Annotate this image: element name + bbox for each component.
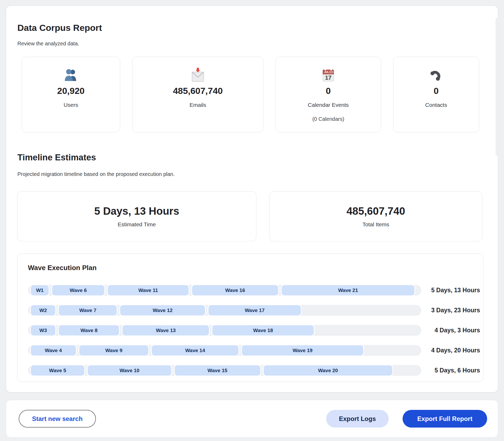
wave-execution-plan-card: Wave Execution Plan W1Wave 6Wave 11Wave … (17, 253, 483, 382)
wave-duration-label: 4 Days, 20 Hours (431, 345, 480, 356)
stat-value-users: 20,920 (57, 85, 85, 96)
stat-sub-calendar-events: (0 Calendars) (312, 116, 344, 122)
wave-duration-label: 5 Days, 13 Hours (431, 285, 480, 296)
wave-track: W2Wave 7Wave 12Wave 17 (28, 305, 421, 316)
stat-value-emails: 485,607,740 (173, 85, 223, 96)
wave-duration-label: 5 Days, 6 Hours (434, 365, 480, 376)
wave-chip: Wave 14 (151, 344, 239, 356)
svg-text:JUL: JUL (324, 71, 329, 74)
email-icon (192, 68, 204, 82)
stat-card-contacts: 0 Contacts (393, 57, 479, 132)
stat-card-users: 20,920 Users (22, 57, 120, 132)
wave-chip: Wave 20 (263, 365, 393, 376)
wave-chip: W3 (30, 324, 56, 336)
total-items-card: 485,607,740 Total Items (269, 191, 482, 241)
stat-label-users: Users (64, 102, 78, 108)
wave-chip: Wave 6 (51, 284, 105, 296)
wave-rows: W1Wave 6Wave 11Wave 16Wave 21 5 Days, 13… (28, 285, 483, 385)
wave-chip: Wave 12 (119, 304, 206, 316)
report-card: Data Corpus Report Review the analyzed d… (6, 6, 498, 392)
wave-chip: Wave 5 (30, 365, 85, 376)
wave-row: Wave 5Wave 10Wave 15Wave 20 5 Days, 6 Ho… (28, 365, 483, 376)
export-full-report-button[interactable]: Export Full Report (403, 410, 487, 428)
page-subtitle: Review the analyzed data. (17, 41, 79, 47)
svg-text:17: 17 (325, 74, 331, 81)
export-logs-button[interactable]: Export Logs (326, 410, 389, 428)
wave-chip: Wave 15 (174, 365, 261, 376)
wave-chip: Wave 16 (191, 284, 279, 296)
wave-row: W1Wave 6Wave 11Wave 16Wave 21 5 Days, 13… (28, 285, 483, 296)
wave-row: W3Wave 8Wave 13Wave 18 4 Days, 3 Hours (28, 325, 483, 336)
wave-chip: Wave 13 (122, 324, 210, 336)
wave-execution-plan-title: Wave Execution Plan (28, 264, 97, 272)
wave-chip: Wave 9 (79, 344, 149, 356)
vertical-scrollbar-thumb[interactable] (496, 18, 500, 156)
wave-row: W2Wave 7Wave 12Wave 17 3 Days, 23 Hours (28, 305, 483, 316)
stat-value-contacts: 0 (434, 85, 439, 96)
stat-card-calendar-events: JUL17 0 Calendar Events (0 Calendars) (276, 57, 381, 132)
total-items-label: Total Items (363, 221, 389, 228)
wave-chip: Wave 11 (107, 284, 189, 296)
total-items-value: 485,607,740 (346, 205, 405, 217)
wave-duration-label: 3 Days, 23 Hours (431, 305, 480, 316)
estimated-time-card: 5 Days, 13 Hours Estimated Time (17, 191, 256, 241)
phone-icon (430, 68, 443, 82)
wave-chip: Wave 18 (212, 324, 315, 336)
wave-track: W3Wave 8Wave 13Wave 18 (28, 325, 421, 336)
wave-chip: Wave 4 (30, 344, 77, 356)
wave-chip: W2 (30, 304, 56, 316)
stats-row: 20,920 Users 485,607,740 Emails JUL17 0 … (22, 57, 479, 132)
start-new-search-button[interactable]: Start new search (19, 410, 96, 428)
wave-chip: Wave 19 (241, 344, 364, 356)
stat-label-emails: Emails (189, 102, 206, 108)
estimated-time-value: 5 Days, 13 Hours (94, 205, 179, 217)
footer-action-bar: Start new search Export Logs Export Full… (6, 400, 498, 438)
estimated-time-label: Estimated Time (118, 221, 156, 228)
stat-label-calendar-events: Calendar Events (308, 102, 349, 108)
wave-track: W1Wave 6Wave 11Wave 16Wave 21 (28, 285, 421, 296)
wave-duration-label: 4 Days, 3 Hours (434, 325, 480, 336)
wave-chip: Wave 17 (208, 304, 301, 316)
wave-row: Wave 4Wave 9Wave 14Wave 19 4 Days, 20 Ho… (28, 345, 483, 356)
users-icon (64, 68, 78, 82)
wave-track: Wave 5Wave 10Wave 15Wave 20 (28, 365, 421, 376)
timeline-section-subtitle: Projected migration timeline based on th… (17, 171, 175, 177)
wave-chip: Wave 8 (58, 324, 120, 336)
stat-label-contacts: Contacts (425, 102, 447, 108)
wave-chip: W1 (30, 284, 50, 296)
data-corpus-report-page: { "report": { "title": "Data Corpus Repo… (0, 0, 504, 441)
wave-chip: Wave 7 (58, 304, 118, 316)
stat-value-calendar-events: 0 (326, 85, 331, 96)
wave-chip: Wave 21 (281, 284, 415, 296)
page-title: Data Corpus Report (17, 23, 102, 33)
timeline-summary-row: 5 Days, 13 Hours Estimated Time 485,607,… (17, 191, 482, 241)
wave-chip: Wave 10 (87, 365, 172, 376)
stat-card-emails: 485,607,740 Emails (132, 57, 263, 132)
calendar-icon: JUL17 (322, 68, 334, 82)
wave-track: Wave 4Wave 9Wave 14Wave 19 (28, 345, 421, 356)
timeline-section-title: Timeline Estimates (17, 152, 96, 162)
